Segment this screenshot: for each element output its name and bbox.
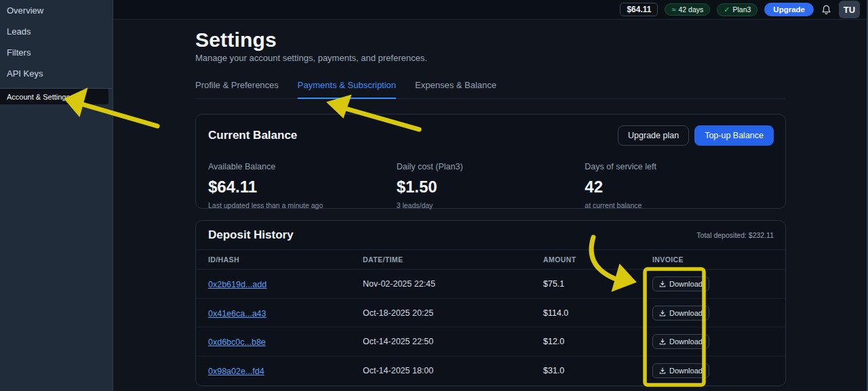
app-window: Overview Leads Filters API Keys Account … [0, 0, 868, 391]
sidebar-item-api-keys[interactable]: API Keys [0, 63, 113, 84]
stat-value: $64.11 [208, 178, 397, 197]
current-balance-card: Current Balance Upgrade plan Top-up Bala… [195, 114, 786, 209]
download-invoice-button[interactable]: Download [652, 306, 709, 321]
table-row: 0x2b619d...add Nov-02-2025 22:45 $75.1 D… [196, 270, 785, 299]
current-balance-title: Current Balance [208, 129, 297, 142]
stat-days-left: Days of service left 42 at current balan… [585, 162, 773, 209]
download-invoice-button[interactable]: Download [652, 334, 709, 349]
page-title: Settings [195, 28, 277, 52]
col-date-time: DATE/TIME [363, 255, 543, 264]
notifications-bell-icon[interactable] [821, 4, 832, 16]
sidebar-item-overview[interactable]: Overview [0, 0, 113, 21]
tx-hash-link[interactable]: 0x98a02e...fd4 [208, 367, 264, 376]
tab-profile-preferences[interactable]: Profile & Preferences [195, 80, 279, 98]
tx-amount: $75.1 [543, 279, 652, 289]
tab-expenses-balance[interactable]: Expenses & Balance [415, 80, 496, 98]
stat-available-balance: Available Balance $64.11 Last updated le… [208, 162, 397, 209]
col-invoice: INVOICE [652, 255, 785, 264]
check-icon: ✓ [724, 5, 730, 14]
tx-amount: $12.0 [543, 337, 652, 346]
table-header: ID/HASH DATE/TIME AMOUNT INVOICE [196, 250, 785, 270]
download-icon [659, 338, 666, 345]
tx-amount: $31.0 [543, 366, 652, 375]
tx-datetime: Oct-14-2025 22:50 [363, 337, 543, 346]
table-row: 0x98a02e...fd4 Oct-14-2025 18:00 $31.0 D… [196, 356, 785, 386]
stat-sub: Last updated less than a minute ago [208, 201, 397, 209]
upgrade-button[interactable]: Upgrade [764, 3, 814, 16]
download-label: Download [669, 280, 703, 288]
page-subtitle: Manage your account settings, payments, … [195, 53, 427, 63]
stat-label: Daily cost (Plan3) [397, 162, 585, 171]
sidebar-item-leads[interactable]: Leads [0, 21, 113, 42]
table-row: 0xd6bc0c...b8e Oct-14-2025 22:50 $12.0 D… [196, 327, 785, 356]
stat-sub: at current balance [585, 201, 773, 209]
download-invoice-button[interactable]: Download [652, 276, 709, 291]
topbar: $64.11 ≈ 42 days ✓ Plan3 Upgrade TU [113, 0, 868, 20]
deposit-history-title: Deposit History [208, 228, 294, 242]
tab-payments-subscription[interactable]: Payments & Subscription [298, 80, 396, 99]
tx-hash-link[interactable]: 0xd6bc0c...b8e [208, 337, 266, 347]
approx-icon: ≈ [671, 5, 675, 14]
plan-badge: ✓ Plan3 [717, 3, 757, 16]
stat-value: $1.50 [397, 178, 585, 197]
download-label: Download [669, 367, 703, 375]
stat-daily-cost: Daily cost (Plan3) $1.50 3 leads/day [397, 162, 585, 209]
sidebar: Overview Leads Filters API Keys Account … [0, 0, 113, 391]
stat-label: Available Balance [208, 162, 397, 171]
stat-value: 42 [585, 178, 773, 197]
table-row: 0x41e6ca...a43 Oct-18-2025 20:25 $114.0 … [196, 299, 785, 328]
download-label: Download [669, 309, 703, 317]
download-invoice-button[interactable]: Download [652, 363, 709, 378]
col-id-hash: ID/HASH [208, 255, 363, 264]
download-icon [659, 367, 666, 374]
tx-amount: $114.0 [543, 308, 652, 318]
tx-hash-link[interactable]: 0x2b619d...add [208, 280, 267, 289]
days-left-badge: ≈ 42 days [665, 3, 710, 16]
total-deposited-label: Total deposited: $232.11 [696, 231, 774, 239]
stat-label: Days of service left [585, 162, 773, 171]
settings-tabs: Profile & Preferences Payments & Subscri… [195, 80, 786, 99]
topbar-balance[interactable]: $64.11 [620, 3, 658, 16]
plan-label: Plan3 [732, 5, 751, 14]
tx-datetime: Nov-02-2025 22:45 [363, 279, 543, 289]
download-icon [659, 310, 666, 316]
sidebar-item-filters[interactable]: Filters [0, 42, 113, 63]
col-amount: AMOUNT [543, 255, 652, 264]
sidebar-item-account-settings[interactable]: Account & Settings [0, 89, 108, 104]
download-icon [659, 281, 666, 287]
user-avatar[interactable]: TU [839, 1, 860, 18]
topup-balance-button[interactable]: Top-up Balance [694, 125, 774, 146]
stat-sub: 3 leads/day [397, 201, 585, 209]
tx-datetime: Oct-14-2025 18:00 [363, 366, 543, 375]
tx-datetime: Oct-18-2025 20:25 [363, 308, 543, 318]
upgrade-plan-button[interactable]: Upgrade plan [618, 125, 689, 146]
days-left-label: 42 days [678, 5, 703, 14]
download-label: Download [669, 337, 703, 346]
tx-hash-link[interactable]: 0x41e6ca...a43 [208, 309, 267, 318]
deposit-history-card: Deposit History Total deposited: $232.11… [195, 220, 786, 386]
